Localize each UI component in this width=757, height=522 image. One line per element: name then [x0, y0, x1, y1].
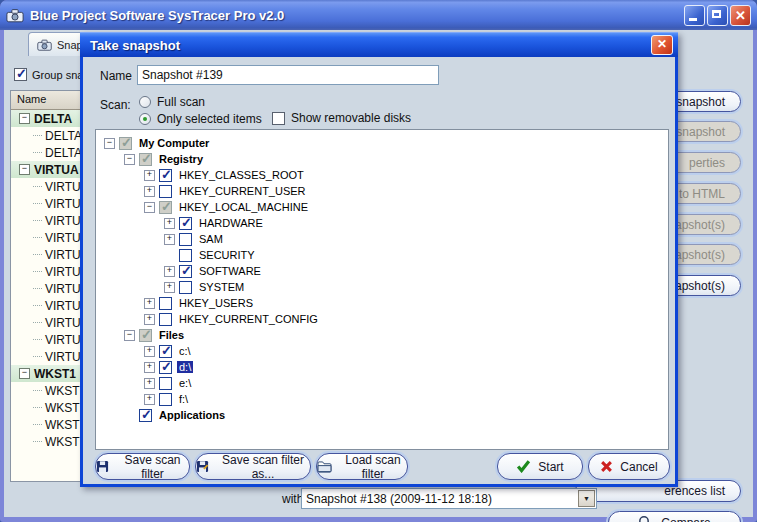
- checkbox-unchecked-icon[interactable]: [179, 281, 192, 294]
- expand-icon[interactable]: +: [164, 282, 175, 293]
- checkbox-unchecked-icon[interactable]: [159, 377, 172, 390]
- checkbox-checked-icon[interactable]: [139, 409, 152, 422]
- load-scan-filter-button[interactable]: Load scan filter: [316, 453, 408, 480]
- collapse-icon[interactable]: −: [144, 202, 155, 213]
- start-button[interactable]: Start: [497, 453, 583, 480]
- expand-icon[interactable]: +: [164, 234, 175, 245]
- tree-node-label[interactable]: c:\: [177, 345, 193, 357]
- tree-node-label[interactable]: HKEY_USERS: [177, 297, 255, 309]
- checkbox-checked-icon[interactable]: [159, 345, 172, 358]
- magnifier-icon: [638, 515, 653, 522]
- combo-dropdown-arrow-icon[interactable]: ▼: [578, 490, 595, 507]
- tree-node-label[interactable]: Files: [157, 329, 186, 341]
- tree-row-hkey-users[interactable]: +HKEY_USERS: [96, 295, 668, 311]
- tree-node-label[interactable]: HKEY_CURRENT_CONFIG: [177, 313, 320, 325]
- checkbox-checked-icon[interactable]: [179, 265, 192, 278]
- collapse-icon[interactable]: −: [19, 368, 30, 379]
- tree-row-files[interactable]: −Files: [96, 327, 668, 343]
- cancel-button[interactable]: Cancel: [588, 453, 670, 480]
- tree-node-label[interactable]: SECURITY: [197, 249, 257, 261]
- expand-icon[interactable]: +: [144, 186, 155, 197]
- tree-branch-line: [33, 135, 42, 137]
- checkbox-tristate-icon[interactable]: [159, 201, 172, 214]
- tree-node-label[interactable]: d:\: [177, 361, 193, 373]
- radio-on-icon[interactable]: [139, 113, 151, 125]
- checkbox-unchecked-icon[interactable]: [159, 185, 172, 198]
- checkbox-unchecked-icon[interactable]: [179, 249, 192, 262]
- tree-row-software[interactable]: +SOFTWARE: [96, 263, 668, 279]
- expand-icon[interactable]: +: [144, 394, 155, 405]
- tree-node-label[interactable]: HARDWARE: [197, 217, 265, 229]
- expand-icon[interactable]: +: [164, 266, 175, 277]
- tree-node-label[interactable]: HKEY_LOCAL_MACHINE: [177, 201, 310, 213]
- checkbox-checked-icon[interactable]: [159, 361, 172, 374]
- checkbox-checked-icon[interactable]: [14, 68, 27, 81]
- save-scan-filter-as-button[interactable]: Save scan filter as...: [195, 453, 311, 480]
- group-snapshots-checkbox[interactable]: Group sna: [14, 68, 83, 81]
- tree-row-f-[interactable]: +f:\: [96, 391, 668, 407]
- tree-row-sam[interactable]: +SAM: [96, 231, 668, 247]
- checkbox-tristate-icon[interactable]: [139, 329, 152, 342]
- checkbox-tristate-icon[interactable]: [139, 153, 152, 166]
- expand-icon[interactable]: +: [144, 362, 155, 373]
- tree-node-label[interactable]: e:\: [177, 377, 193, 389]
- tree-node-label[interactable]: SYSTEM: [197, 281, 246, 293]
- minimize-button[interactable]: [684, 5, 705, 26]
- tree-node-label[interactable]: SOFTWARE: [197, 265, 263, 277]
- tree-row-security[interactable]: +SECURITY: [96, 247, 668, 263]
- expand-icon[interactable]: +: [164, 218, 175, 229]
- collapse-icon[interactable]: −: [124, 330, 135, 341]
- only-selected-radio[interactable]: Only selected items: [139, 112, 262, 126]
- tree-node-label[interactable]: SAM: [197, 233, 225, 245]
- checkbox-unchecked-icon[interactable]: [159, 313, 172, 326]
- checkbox-checked-icon[interactable]: [179, 217, 192, 230]
- tree-node-label[interactable]: My Computer: [137, 137, 211, 149]
- tree-row-e-[interactable]: +e:\: [96, 375, 668, 391]
- tree-node-label[interactable]: HKEY_CLASSES_ROOT: [177, 169, 306, 181]
- tree-node-label[interactable]: Registry: [157, 153, 205, 165]
- tree-row-hkey-current-config[interactable]: +HKEY_CURRENT_CONFIG: [96, 311, 668, 327]
- collapse-icon[interactable]: −: [104, 138, 115, 149]
- collapse-icon[interactable]: −: [19, 113, 30, 124]
- expand-icon[interactable]: +: [144, 170, 155, 181]
- tree-row-system[interactable]: +SYSTEM: [96, 279, 668, 295]
- full-scan-radio[interactable]: Full scan: [139, 95, 205, 109]
- tree-node-label[interactable]: f:\: [177, 393, 190, 405]
- show-removable-checkbox[interactable]: Show removable disks: [272, 111, 411, 125]
- tree-branch-line: [33, 305, 42, 307]
- start-button-label: Start: [538, 460, 563, 474]
- collapse-icon[interactable]: −: [124, 154, 135, 165]
- checkbox-checked-icon[interactable]: [159, 169, 172, 182]
- tree-node-label[interactable]: HKEY_CURRENT_USER: [177, 185, 308, 197]
- checkbox-unchecked-icon[interactable]: [159, 297, 172, 310]
- expand-icon[interactable]: +: [144, 378, 155, 389]
- load-scan-filter-label: Load scan filter: [339, 453, 407, 481]
- checkbox-unchecked-icon[interactable]: [159, 393, 172, 406]
- tree-row-hkey-local-machine[interactable]: −HKEY_LOCAL_MACHINE: [96, 199, 668, 215]
- compare-button[interactable]: Compare: [608, 511, 741, 522]
- tree-row-applications[interactable]: +Applications: [96, 407, 668, 423]
- dialog-close-button[interactable]: [651, 35, 673, 55]
- close-button[interactable]: [730, 5, 751, 26]
- tree-row-c-[interactable]: +c:\: [96, 343, 668, 359]
- expand-icon[interactable]: +: [144, 346, 155, 357]
- compare-with-combobox[interactable]: Snapshot #138 (2009-11-12 18:18) ▼: [301, 488, 597, 509]
- tree-row-hkey-current-user[interactable]: +HKEY_CURRENT_USER: [96, 183, 668, 199]
- collapse-icon[interactable]: −: [19, 164, 30, 175]
- snapshot-name-input[interactable]: [137, 65, 439, 85]
- tree-row-registry[interactable]: −Registry: [96, 151, 668, 167]
- tree-row-hkey-classes-root[interactable]: +HKEY_CLASSES_ROOT: [96, 167, 668, 183]
- checkbox-unchecked-icon[interactable]: [272, 112, 285, 125]
- tree-node-label[interactable]: Applications: [157, 409, 227, 421]
- checkbox-tristate-icon[interactable]: [119, 137, 132, 150]
- expand-icon[interactable]: +: [144, 298, 155, 309]
- maximize-button[interactable]: [707, 5, 728, 26]
- checkbox-unchecked-icon[interactable]: [179, 233, 192, 246]
- save-scan-filter-button[interactable]: Save scan filter: [95, 453, 190, 480]
- radio-off-icon[interactable]: [139, 96, 151, 108]
- tree-row-my-computer[interactable]: −My Computer: [96, 135, 668, 151]
- tree-row-d-[interactable]: +d:\: [96, 359, 668, 375]
- scan-label: Scan:: [100, 98, 131, 112]
- tree-row-hardware[interactable]: +HARDWARE: [96, 215, 668, 231]
- expand-icon[interactable]: +: [144, 314, 155, 325]
